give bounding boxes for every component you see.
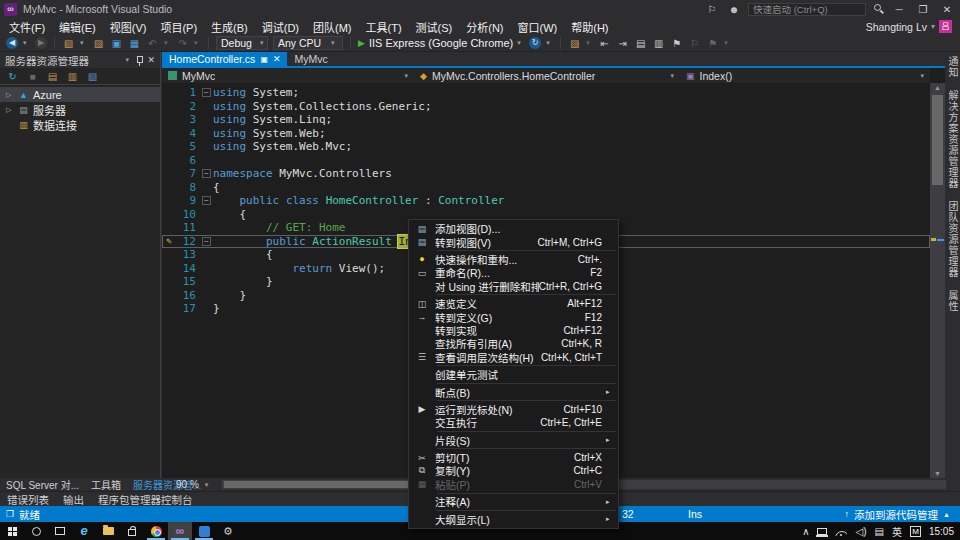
code-line-7[interactable]: 7−namespace MyMvc.Controllers xyxy=(162,167,930,181)
scroll-down-icon[interactable]: ▼ xyxy=(930,470,945,477)
minimize-button[interactable]: ─ xyxy=(890,4,908,15)
menubar-item[interactable]: 视图(V) xyxy=(103,17,154,37)
redo-dropdown[interactable]: ▾ xyxy=(194,39,201,47)
decrease-indent-icon[interactable]: ⇤ xyxy=(598,38,611,49)
ime-mode-indicator[interactable]: M xyxy=(910,526,921,537)
collapse-icon[interactable]: − xyxy=(202,196,211,205)
navigate-back-icon[interactable]: ◀ xyxy=(6,37,18,49)
tree-item-Azure[interactable]: ▷▲Azure xyxy=(0,87,160,102)
new-project-dropdown[interactable]: ▾ xyxy=(80,39,87,47)
azure-filter-icon[interactable]: ▧ xyxy=(86,71,99,82)
menubar-item[interactable]: 工具(T) xyxy=(359,17,409,37)
menubar-item[interactable]: 文件(F) xyxy=(2,17,52,37)
context-menu-item[interactable]: 查找所有引用(A)Ctrl+K, R xyxy=(409,337,618,350)
document-tab[interactable]: MyMvc xyxy=(287,52,334,66)
context-menu-item[interactable]: ●快速操作和重构...Ctrl+. xyxy=(409,253,618,266)
undo-dropdown[interactable]: ▾ xyxy=(164,39,171,47)
search-icon[interactable] xyxy=(872,3,884,15)
increase-indent-icon[interactable]: ⇥ xyxy=(616,38,629,49)
menubar-item[interactable]: 调试(D) xyxy=(255,17,306,37)
new-project-icon[interactable]: ▧ xyxy=(62,38,75,49)
find-dropdown[interactable]: ▾ xyxy=(586,39,593,47)
taskbar-app-blue[interactable] xyxy=(192,522,216,540)
menubar-item[interactable]: 分析(N) xyxy=(459,17,510,37)
code-line-8[interactable]: 8{ xyxy=(162,181,930,195)
dock-tab[interactable]: 工具箱 xyxy=(85,477,127,492)
taskbar-start[interactable] xyxy=(0,522,24,540)
next-bookmark-icon[interactable]: ⚑ xyxy=(706,38,719,49)
panel-tab[interactable]: 输出 xyxy=(56,492,91,507)
taskbar-file-explorer[interactable] xyxy=(96,522,120,540)
open-file-icon[interactable]: ▨ xyxy=(92,38,105,49)
code-line-9[interactable]: 9− public class HomeController : Control… xyxy=(162,194,930,208)
context-menu-item[interactable]: 对 Using 进行删除和排序(E)Ctrl+R, Ctrl+G xyxy=(409,280,618,293)
editor-zoom-control[interactable]: 90 % ▾ xyxy=(172,479,216,490)
context-menu-item[interactable]: ✂剪切(T)Ctrl+X xyxy=(409,451,618,464)
fold-margin[interactable]: − xyxy=(200,235,213,249)
fold-margin[interactable]: − xyxy=(200,167,213,181)
menubar-item[interactable]: 项目(P) xyxy=(153,17,204,37)
comment-icon[interactable]: ▤ xyxy=(634,38,647,49)
context-menu-item[interactable]: →转到定义(G)F12 xyxy=(409,310,618,323)
navigate-back-dropdown[interactable]: ▾ xyxy=(23,39,30,47)
right-tab[interactable]: 解决方案资源管理器 xyxy=(945,90,960,189)
taskbar-edge[interactable]: e xyxy=(72,522,96,540)
context-menu-item[interactable]: ▭重命名(R)...F2 xyxy=(409,266,618,279)
bookmark-dropdown[interactable]: ▾ xyxy=(724,39,731,47)
configuration-combo[interactable]: Debug▾ xyxy=(216,36,268,50)
breadcrumb-project[interactable]: MyMvc ▾ xyxy=(162,68,414,83)
uncomment-icon[interactable]: ▥ xyxy=(652,38,665,49)
tree-item-数据连接[interactable]: ▥数据连接 xyxy=(0,117,160,132)
clock[interactable]: 15:05 xyxy=(929,526,954,537)
context-menu-item[interactable]: ◫速览定义Alt+F12 xyxy=(409,297,618,310)
context-menu-item[interactable]: 创建单元测试 xyxy=(409,368,618,381)
start-debugging-button[interactable]: ▶ IIS Express (Google Chrome) ▾ xyxy=(358,37,524,49)
context-menu-item[interactable]: 交互执行Ctrl+E, Ctrl+E xyxy=(409,416,618,429)
quick-launch-input[interactable]: 快速启动 (Ctrl+Q) xyxy=(748,3,866,16)
code-line-2[interactable]: 2using System.Collections.Generic; xyxy=(162,100,930,114)
volume-icon[interactable]: ◁) xyxy=(855,526,866,537)
wifi-icon[interactable] xyxy=(835,527,847,536)
context-menu-item[interactable]: ⧉复制(Y)Ctrl+C xyxy=(409,464,618,477)
context-menu-item[interactable]: 断点(B)▸ xyxy=(409,385,618,398)
menubar-item[interactable]: 窗口(W) xyxy=(511,17,565,37)
context-menu-item[interactable]: ▶运行到光标处(N)Ctrl+F10 xyxy=(409,403,618,416)
run-target-dropdown[interactable]: ▾ xyxy=(517,39,524,47)
connect-server-icon[interactable]: ▥ xyxy=(66,71,79,82)
expander-icon[interactable]: ▷ xyxy=(6,106,14,114)
scrollbar-thumb[interactable] xyxy=(932,95,943,185)
tree-item-服务器[interactable]: ▷▤服务器 xyxy=(0,102,160,117)
restore-button[interactable]: ❐ xyxy=(914,4,932,15)
taskbar-search[interactable] xyxy=(24,522,48,540)
right-tab[interactable]: 通知 xyxy=(945,56,960,78)
save-all-icon[interactable]: ▦ xyxy=(128,38,141,49)
document-tab[interactable]: HomeController.cs▣✕ xyxy=(162,52,287,66)
window-position-dropdown[interactable]: ▾ xyxy=(125,56,132,64)
stop-refresh-icon[interactable]: ■ xyxy=(26,71,39,82)
add-to-source-control-button[interactable]: ↑ 添加到源代码管理 ▲ xyxy=(845,507,960,522)
taskbar-store[interactable] xyxy=(120,522,144,540)
refresh-dropdown[interactable]: ▾ xyxy=(546,39,553,47)
code-line-3[interactable]: 3using System.Linq; xyxy=(162,113,930,127)
menubar-item[interactable]: 测试(S) xyxy=(409,17,460,37)
code-line-5[interactable]: 5using System.Web.Mvc; xyxy=(162,140,930,154)
collapse-icon[interactable]: − xyxy=(202,237,211,246)
refresh-icon[interactable]: ↻ xyxy=(529,37,541,49)
tray-chevron-up-icon[interactable]: ∧ xyxy=(802,526,809,537)
code-line-4[interactable]: 4using System.Web; xyxy=(162,127,930,141)
refresh-icon[interactable]: ↻ xyxy=(6,71,19,82)
panel-tab[interactable]: 错误列表 xyxy=(0,492,56,507)
dock-tab[interactable]: SQL Server 对... xyxy=(0,477,85,492)
close-tab-icon[interactable]: ✕ xyxy=(273,54,281,64)
right-tab[interactable]: 团队资源管理器 xyxy=(945,201,960,278)
menubar-item[interactable]: 团队(M) xyxy=(306,17,359,37)
vertical-scrollbar[interactable]: ▲ ▼ xyxy=(930,83,945,478)
code-line-6[interactable]: 6 xyxy=(162,154,930,168)
fold-margin[interactable]: − xyxy=(200,194,213,208)
context-menu-item[interactable]: 注释(A)▸ xyxy=(409,495,618,508)
scroll-up-icon[interactable]: ▲ xyxy=(930,84,945,91)
pin-icon[interactable] xyxy=(136,55,143,66)
save-icon[interactable]: ▣ xyxy=(110,38,123,49)
taskbar-task-view[interactable] xyxy=(48,522,72,540)
context-menu-item[interactable]: 转到实现Ctrl+F12 xyxy=(409,324,618,337)
